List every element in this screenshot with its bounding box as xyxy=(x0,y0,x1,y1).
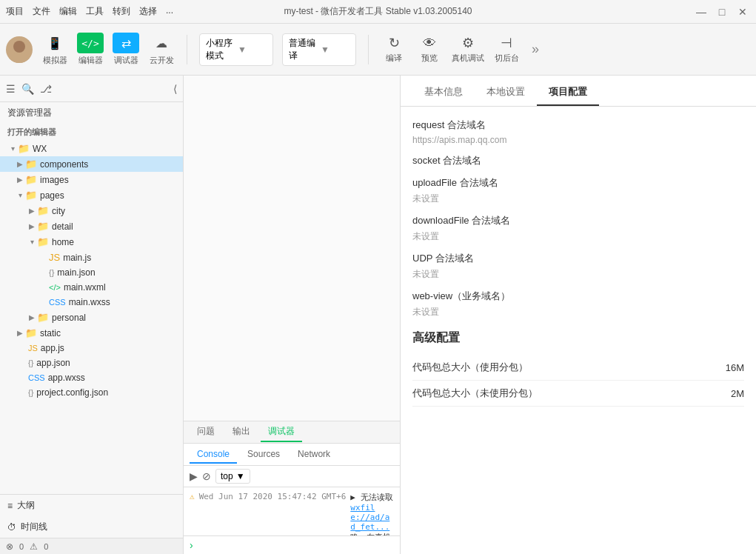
tree-item-home[interactable]: ▾ 📁 home xyxy=(0,234,183,250)
context-arrow: ▼ xyxy=(236,471,245,481)
tab-problems[interactable]: 问题 xyxy=(190,422,222,442)
minimize-button[interactable]: — xyxy=(694,4,709,19)
outline-label: 大纲 xyxy=(17,499,35,512)
mode-dropdown[interactable]: 小程序模式 ▼ xyxy=(199,33,273,66)
real-debug-button[interactable]: ⚙ 真机调试 xyxy=(452,35,484,64)
cloud-icon: ☁ xyxy=(148,33,175,53)
advanced-value-1: 2M xyxy=(731,388,744,399)
compile-dropdown[interactable]: 普通编译 ▼ xyxy=(282,33,356,66)
play-button[interactable]: ▶ xyxy=(190,470,198,482)
cloud-button[interactable]: ☁ 云开发 xyxy=(148,33,175,66)
tree-arrow-pages: ▾ xyxy=(15,191,25,199)
menu-bar: 项目 文件 编辑 工具 转到 选择 ... xyxy=(6,5,173,18)
console-input-line: › xyxy=(184,535,400,554)
log-link[interactable]: wxfile://ad/ad_fet... xyxy=(350,503,389,532)
sidebar-menu-icon[interactable]: ☰ xyxy=(6,83,16,95)
sidebar-search-icon[interactable]: 🔍 xyxy=(21,83,34,95)
config-download-value: 未设置 xyxy=(412,230,744,243)
menu-edit[interactable]: 编辑 xyxy=(59,5,77,18)
stop-button[interactable]: ⊘ xyxy=(202,470,211,482)
editor-button[interactable]: </> 编辑器 xyxy=(77,33,104,66)
tree-label-home: home xyxy=(52,237,74,247)
simulator-button[interactable]: 📱 模拟器 xyxy=(41,33,68,66)
folder-icon-static: 📁 xyxy=(25,327,37,338)
tree-item-main-wxss[interactable]: CSS main.wxss xyxy=(0,295,183,310)
tree-item-personal[interactable]: ▶ 📁 personal xyxy=(0,310,183,325)
tree-arrow-detail: ▶ xyxy=(27,222,37,230)
maximize-button[interactable]: □ xyxy=(715,4,729,19)
close-button[interactable]: ✕ xyxy=(735,4,750,19)
refresh-icon: ↻ xyxy=(389,35,400,51)
config-request-value: https://apis.map.qq.com xyxy=(412,135,744,145)
tree-label-app-json: app.json xyxy=(36,358,70,368)
main-layout: ☰ 🔍 ⎇ ⟨ 资源管理器 打开的编辑器 ▾ 📁 WX ▶ 📁 componen… xyxy=(0,76,756,554)
sidebar-branch-icon[interactable]: ⎇ xyxy=(40,83,52,95)
outline-item[interactable]: ≡ 大纲 xyxy=(0,495,183,516)
context-dropdown[interactable]: top ▼ xyxy=(215,469,250,484)
cut-back-button[interactable]: ⊣ 切后台 xyxy=(493,35,520,64)
svg-point-1 xyxy=(9,53,30,63)
config-upload: uploadFile 合法域名 未设置 xyxy=(412,176,744,205)
tree-label-pages: pages xyxy=(40,190,64,201)
json-icon-project: {} xyxy=(28,388,33,397)
tree-item-images[interactable]: ▶ 📁 images xyxy=(0,172,183,187)
tree-item-main-json[interactable]: {} main.json xyxy=(0,265,183,280)
debugger-icon: ⇄ xyxy=(113,33,139,53)
menu-file[interactable]: 文件 xyxy=(33,5,50,18)
menu-tools[interactable]: 工具 xyxy=(86,5,104,18)
refresh-button[interactable]: ↻ 编译 xyxy=(381,35,407,64)
tree-item-city[interactable]: ▶ 📁 city xyxy=(0,203,183,218)
log-timestamp: Wed Jun 17 2020 15:47:42 GMT+6 xyxy=(199,492,347,501)
js-icon-app: JS xyxy=(28,344,38,353)
status-bar: ⊗ 0 ⚠ 0 xyxy=(0,538,183,554)
config-udp: UDP 合法域名 未设置 xyxy=(412,252,744,281)
advanced-row-0: 代码包总大小（使用分包） 16M xyxy=(412,355,744,381)
tab-project-config[interactable]: 项目配置 xyxy=(537,79,599,106)
tree-item-detail[interactable]: ▶ 📁 detail xyxy=(0,218,183,234)
menu-more[interactable]: ... xyxy=(166,5,173,18)
advanced-title: 高级配置 xyxy=(412,330,744,346)
console-caret: › xyxy=(190,539,193,551)
tab-basic-info[interactable]: 基本信息 xyxy=(412,79,475,106)
menu-goto[interactable]: 转到 xyxy=(113,5,130,18)
tree-item-app-js[interactable]: JS app.js xyxy=(0,341,183,356)
tab-local-settings[interactable]: 本地设置 xyxy=(475,79,537,106)
tree-item-main-wxml[interactable]: </> main.wxml xyxy=(0,280,183,295)
console-toolbar: ▶ ⊘ top ▼ xyxy=(184,466,400,487)
open-editors-section: 打开的编辑器 xyxy=(0,124,183,141)
config-upload-label: uploadFile 合法域名 xyxy=(412,176,744,190)
tree-item-main-js[interactable]: JS main.js xyxy=(0,250,183,265)
debugger-button[interactable]: ⇄ 调试器 xyxy=(113,33,139,66)
tab-debugger[interactable]: 调试器 xyxy=(261,422,302,442)
outline-icon: ≡ xyxy=(7,501,13,511)
tab-output[interactable]: 输出 xyxy=(225,422,258,442)
tree-item-app-json[interactable]: {} app.json xyxy=(0,356,183,370)
tree-arrow-images: ▶ xyxy=(15,176,25,184)
tree-arrow-wx: ▾ xyxy=(7,144,18,153)
sidebar-bottom: ≡ 大纲 ⏱ 时间线 xyxy=(0,494,183,538)
tree-item-static[interactable]: ▶ 📁 static xyxy=(0,325,183,341)
subtab-console[interactable]: Console xyxy=(190,446,237,464)
log-text: ▶ 无法读取 wxfile://ad/ad_fet... 略，在真机上可能无法读… xyxy=(350,492,394,535)
tree-item-project-config[interactable]: {} project.config.json xyxy=(0,385,183,400)
menu-select[interactable]: 选择 xyxy=(139,5,157,18)
more-button[interactable]: » xyxy=(532,41,539,57)
config-download-label: downloadFile 合法域名 xyxy=(412,214,744,227)
console-sub-tabs: Console Sources Network xyxy=(184,444,400,466)
subtab-network[interactable]: Network xyxy=(290,446,338,464)
tree-item-pages[interactable]: ▾ 📁 pages xyxy=(0,187,183,203)
sidebar-collapse-icon[interactable]: ⟨ xyxy=(173,83,177,95)
timeline-item[interactable]: ⏱ 时间线 xyxy=(0,516,183,538)
subtab-sources[interactable]: Sources xyxy=(240,446,287,464)
right-tabs: 基本信息 本地设置 项目配置 xyxy=(401,76,756,107)
tree-item-components[interactable]: ▶ 📁 components xyxy=(0,156,183,172)
config-webview-label: web-view（业务域名） xyxy=(412,290,744,303)
menu-project[interactable]: 项目 xyxy=(6,5,24,18)
tree-label-static: static xyxy=(40,328,61,338)
folder-icon-personal: 📁 xyxy=(37,312,49,323)
tree-item-wx[interactable]: ▾ 📁 WX xyxy=(0,141,183,156)
tree-item-app-wxss[interactable]: CSS app.wxss xyxy=(0,370,183,385)
real-debug-label: 真机调试 xyxy=(452,53,484,64)
preview-button[interactable]: 👁 预览 xyxy=(416,36,443,64)
editor-area xyxy=(184,76,400,421)
